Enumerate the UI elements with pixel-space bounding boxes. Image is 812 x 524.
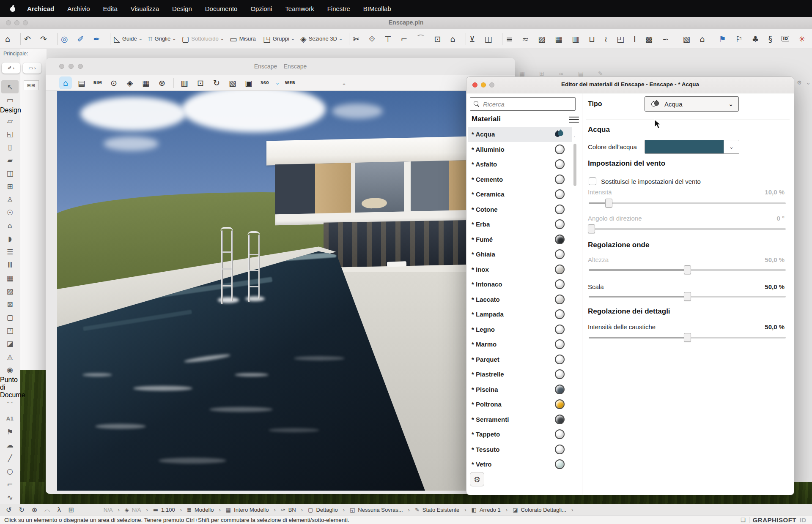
type-dropdown[interactable]: Acqua ⌄ bbox=[645, 96, 739, 112]
toolbar-icon[interactable]: ↷ bbox=[40, 34, 51, 44]
material-item[interactable]: * Alluminio bbox=[468, 142, 572, 157]
toolbar-icon[interactable]: ◎ bbox=[61, 34, 72, 44]
toolbar-icon[interactable]: ⌒ bbox=[417, 33, 429, 44]
quickbar-segment[interactable]: N/A› bbox=[101, 507, 125, 513]
toolbox-item[interactable]: ◰ bbox=[0, 324, 20, 337]
quickbar-segment[interactable]: ▬1:100› bbox=[153, 507, 187, 513]
slider-handle[interactable] bbox=[588, 224, 595, 233]
toolbox-item[interactable]: ▰ bbox=[0, 153, 20, 166]
toolbar-icon[interactable]: ▢Sottolucido⌄ bbox=[181, 34, 224, 44]
toolbar-icon[interactable]: ⊤ bbox=[384, 34, 395, 44]
nav-icon[interactable]: λ bbox=[57, 506, 61, 514]
scale-slider[interactable] bbox=[589, 292, 786, 301]
toolbar-icon[interactable]: ↶ bbox=[24, 34, 35, 44]
toolbar-icon[interactable]: ◺Guide⌄ bbox=[114, 34, 143, 44]
toolbar-icon[interactable]: ≀ bbox=[604, 34, 611, 44]
palette-grid-tab[interactable]: ⊞⊞ bbox=[24, 80, 39, 90]
nav-icon[interactable]: ⌓ bbox=[44, 506, 50, 514]
menu-item[interactable]: BIMcollab bbox=[363, 5, 391, 12]
toolbox-item[interactable]: ◫ bbox=[0, 166, 20, 180]
enscape-toolbar-icon[interactable]: ▤ bbox=[75, 76, 88, 89]
toolbar-icon[interactable]: ✳ bbox=[798, 34, 809, 44]
collapse-toolbar-icon[interactable]: ⌃ bbox=[342, 82, 346, 89]
toolbox-item[interactable]: ☁ bbox=[0, 438, 20, 451]
toolbar-icon[interactable]: ⌗Griglie⌄ bbox=[148, 34, 176, 44]
toolbar-icon[interactable]: ⊔ bbox=[589, 34, 599, 44]
enscape-toolbar-icon[interactable]: ▣ bbox=[242, 76, 255, 89]
toolbar-icon[interactable]: ◈Sezione 3D⌄ bbox=[300, 34, 343, 44]
toolbox-item[interactable]: ⊠ bbox=[0, 297, 20, 311]
slider-handle[interactable] bbox=[684, 292, 691, 301]
toolbar-icon[interactable]: ▦ bbox=[555, 34, 566, 44]
water-color-dropdown[interactable]: ⌄ bbox=[645, 140, 739, 154]
toolbar-icon[interactable]: I bbox=[634, 34, 640, 44]
wind-override-checkbox[interactable] bbox=[589, 177, 596, 185]
menu-item[interactable]: Teamwork bbox=[285, 5, 314, 12]
material-settings-gear-button[interactable]: ⚙ bbox=[470, 472, 484, 486]
toolbar-icon[interactable]: ≈ bbox=[522, 34, 532, 44]
toolbox-item[interactable]: ◪ bbox=[0, 337, 20, 350]
material-item[interactable]: * Serramenti bbox=[468, 412, 572, 427]
menu-item[interactable]: Design bbox=[172, 5, 192, 12]
enscape-toolbar-icon[interactable]: ↻ bbox=[210, 76, 223, 89]
toolbox-item[interactable]: ◱ bbox=[0, 127, 20, 140]
material-item[interactable]: * Vetro bbox=[468, 457, 572, 472]
material-item[interactable]: * Inox bbox=[468, 262, 572, 277]
material-item[interactable]: * Cemento bbox=[468, 172, 572, 187]
material-search-input[interactable]: Ricerca bbox=[470, 97, 576, 111]
toolbar-icon[interactable] bbox=[679, 33, 679, 45]
quickbar-segment[interactable]: ◪Colorato Dettagli...› bbox=[513, 507, 578, 513]
nav-icon[interactable]: ↻ bbox=[19, 506, 24, 514]
slider-handle[interactable] bbox=[684, 333, 691, 342]
menu-item[interactable]: Archicad bbox=[27, 5, 54, 12]
default-settings-pill[interactable]: ✐ › bbox=[2, 63, 20, 74]
toolbar-icon[interactable]: ⟐ bbox=[369, 34, 379, 44]
toolbar-icon[interactable]: ⌂ bbox=[5, 34, 14, 44]
toolbar-icon[interactable]: ◫ bbox=[484, 34, 496, 44]
toolbar-icon[interactable] bbox=[466, 33, 466, 45]
selection-settings-pill[interactable]: ▭ › bbox=[23, 63, 41, 74]
enscape-toolbar-icon[interactable]: ▦ bbox=[140, 76, 152, 89]
menu-item[interactable]: Opzioni bbox=[250, 5, 272, 12]
material-item[interactable]: * Ghiaia bbox=[468, 247, 572, 262]
menu-item[interactable]: Finestre bbox=[327, 5, 350, 12]
toolbox-item[interactable]: ∿ bbox=[0, 491, 20, 504]
toolbox-item[interactable]: ◗ bbox=[0, 232, 20, 245]
toolbox-item[interactable]: ▨ bbox=[0, 284, 20, 297]
enscape-toolbar-icon[interactable]: WEB bbox=[284, 76, 296, 89]
toolbox-item[interactable]: ⚑ bbox=[0, 425, 20, 438]
nav-icon[interactable]: ⊞ bbox=[68, 506, 74, 514]
menu-item[interactable]: Visualizza bbox=[131, 5, 159, 12]
toolbox-item[interactable]: ▱ bbox=[0, 114, 20, 127]
toolbar-icon[interactable]: ✐ bbox=[77, 34, 88, 44]
toolbox-item[interactable]: ▢ bbox=[0, 311, 20, 324]
quickbar-segment[interactable]: ≣Modello› bbox=[187, 507, 226, 513]
toolbox-item[interactable]: ☉ bbox=[0, 206, 20, 219]
nav-icon[interactable]: ↺ bbox=[6, 506, 11, 514]
toolbox-item[interactable]: ╱ bbox=[0, 451, 20, 464]
toolbox-item[interactable]: A1 bbox=[0, 412, 20, 425]
toolbar-icon[interactable]: ▧ bbox=[683, 34, 694, 44]
scroll-up-icon[interactable]: ˄ bbox=[573, 136, 576, 140]
material-item[interactable]: * Poltrona bbox=[468, 397, 572, 412]
material-item[interactable]: * Asfalto bbox=[468, 157, 572, 172]
material-item[interactable]: * Marmo bbox=[468, 337, 572, 352]
toolbox-item[interactable]: ♙ bbox=[0, 193, 20, 206]
enscape-toolbar-icon[interactable]: ◈ bbox=[123, 76, 136, 89]
toolbox-item[interactable]: Docume bbox=[0, 391, 20, 399]
toolbox-item[interactable]: ⌒ bbox=[0, 399, 20, 412]
toolbar-icon[interactable]: ✒ bbox=[93, 34, 104, 44]
toolbar-icon[interactable]: ⌂ bbox=[450, 34, 459, 44]
menu-item[interactable]: Edita bbox=[103, 5, 118, 12]
quickbar-segment[interactable]: ◈N/A› bbox=[125, 507, 153, 513]
enscape-toolbar-icon[interactable]: ⊡ bbox=[194, 76, 207, 89]
toolbox-item[interactable]: ▯ bbox=[0, 140, 20, 153]
direction-angle-slider[interactable] bbox=[589, 224, 786, 233]
toolbar-icon[interactable]: ◰ bbox=[617, 34, 628, 44]
intensity-slider[interactable] bbox=[589, 199, 786, 207]
quickbar-segment[interactable]: ✑BN› bbox=[281, 507, 308, 513]
apple-icon[interactable] bbox=[9, 5, 16, 12]
quickbar-segment[interactable]: ◱Nessuna Sovras...› bbox=[350, 507, 415, 513]
toolbox-item[interactable]: Punto di bbox=[0, 376, 20, 391]
toolbox-item[interactable]: ⊞ bbox=[0, 180, 20, 193]
